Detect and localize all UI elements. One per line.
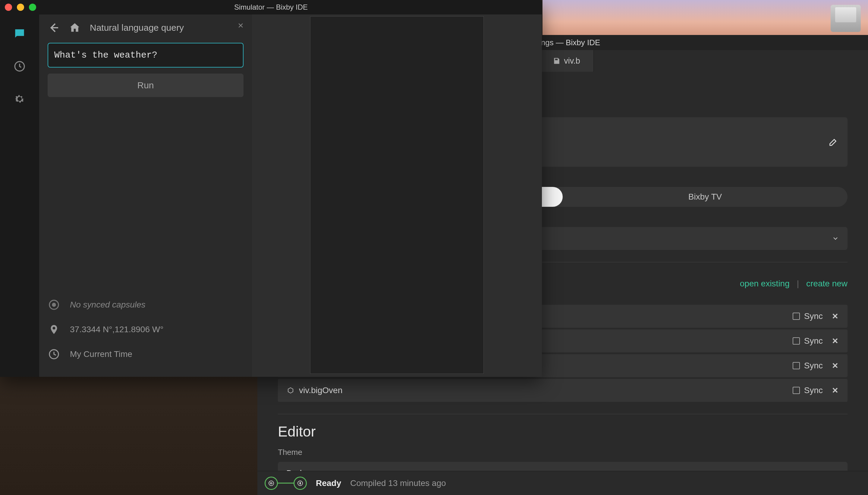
create-new-link[interactable]: create new	[806, 279, 848, 289]
edit-icon[interactable]	[828, 137, 838, 147]
theme-select[interactable]: Dark	[278, 462, 848, 471]
remove-icon[interactable]: ✕	[832, 386, 838, 395]
sync-checkbox[interactable]	[793, 387, 800, 394]
panel-title: Natural language query	[90, 23, 184, 33]
editor-heading: Editor	[278, 423, 848, 440]
simulator-sidebar	[0, 15, 39, 377]
gear-icon[interactable]	[12, 92, 27, 106]
remove-icon[interactable]: ✕	[832, 361, 838, 371]
clock-icon	[48, 348, 60, 361]
simulator-title: Simulator — Bixby IDE	[234, 3, 308, 12]
query-panel: Natural language query × Run No synced c…	[39, 15, 252, 377]
disk-drive-icon[interactable]	[831, 5, 861, 32]
maximize-button[interactable]	[29, 4, 36, 11]
sync-checkbox[interactable]	[793, 313, 800, 320]
remove-icon[interactable]: ✕	[832, 337, 838, 346]
time-row[interactable]: My Current Time	[48, 348, 244, 361]
simulator-titlebar[interactable]: Simulator — Bixby IDE	[0, 0, 542, 15]
home-icon[interactable]	[69, 22, 81, 34]
close-button[interactable]	[5, 4, 12, 11]
status-node-bixby[interactable]	[265, 477, 278, 490]
device-tv[interactable]: Bixby TV	[563, 187, 848, 207]
preview-panel	[252, 15, 542, 377]
chevron-down-icon	[832, 235, 839, 242]
tab-viv[interactable]: viv.b	[539, 50, 594, 72]
desktop-wallpaper-sky	[542, 0, 868, 36]
history-icon[interactable]	[12, 59, 27, 73]
sync-toggle[interactable]: Sync	[793, 311, 823, 321]
chat-icon[interactable]	[12, 27, 27, 41]
open-existing-link[interactable]: open existing	[740, 279, 789, 289]
sync-toggle[interactable]: Sync	[793, 361, 823, 371]
simulator-window: Simulator — Bixby IDE Natural langua	[0, 0, 542, 377]
location-icon	[48, 323, 60, 336]
svg-point-2	[52, 303, 56, 307]
status-node-compass[interactable]	[294, 477, 307, 490]
phone-frame	[310, 16, 484, 374]
separator: |	[797, 279, 799, 289]
save-icon	[553, 57, 560, 65]
close-icon[interactable]: ×	[238, 20, 244, 31]
status-bar: Ready Compiled 13 minutes ago	[257, 471, 868, 495]
location-row[interactable]: 37.3344 N°,121.8906 W°	[48, 323, 244, 336]
back-icon[interactable]	[48, 22, 60, 34]
status-link	[278, 483, 294, 483]
target-icon	[48, 298, 60, 311]
divider	[278, 414, 848, 414]
package-icon	[287, 387, 294, 394]
status-compiled: Compiled 13 minutes ago	[350, 478, 446, 488]
window-controls	[5, 4, 36, 11]
capsule-row: viv.bigOven Sync ✕	[278, 379, 848, 402]
status-ready: Ready	[316, 478, 341, 488]
query-input[interactable]	[48, 43, 244, 68]
run-button[interactable]: Run	[48, 73, 244, 97]
theme-label: Theme	[278, 448, 848, 457]
synced-capsules-row: No synced capsules	[48, 298, 244, 311]
remove-icon[interactable]: ✕	[832, 312, 838, 321]
sync-checkbox[interactable]	[793, 362, 800, 369]
status-nodes	[265, 477, 307, 490]
sync-checkbox[interactable]	[793, 337, 800, 345]
minimize-button[interactable]	[17, 4, 24, 11]
sync-toggle[interactable]: Sync	[793, 386, 823, 395]
sync-toggle[interactable]: Sync	[793, 336, 823, 346]
